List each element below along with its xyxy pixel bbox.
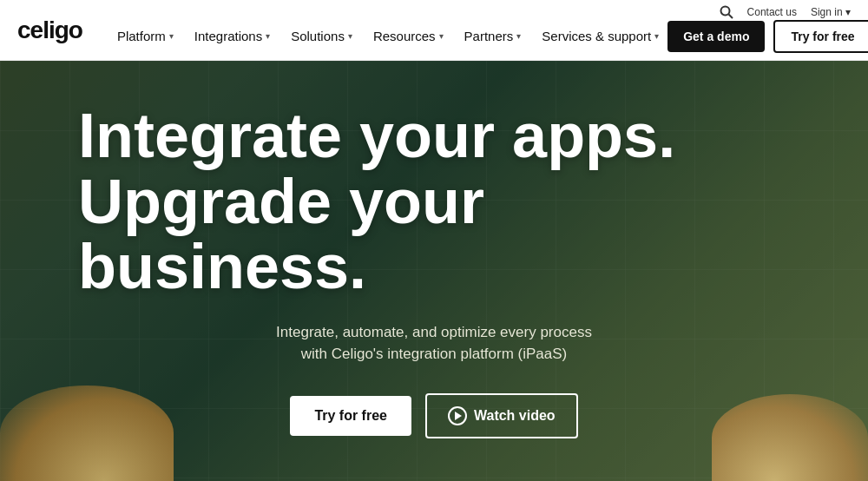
- play-icon: [448, 406, 467, 425]
- try-for-free-hero-button[interactable]: Try for free: [290, 396, 411, 436]
- get-demo-button[interactable]: Get a demo: [667, 21, 765, 52]
- chevron-down-icon: ▾: [266, 31, 270, 41]
- hero-title: Integrate your apps. Upgrade your busine…: [78, 103, 790, 300]
- play-triangle: [455, 412, 462, 420]
- chevron-down-icon: ▾: [348, 31, 352, 41]
- nav-integrations[interactable]: Integrations ▾: [186, 22, 279, 50]
- top-bar: Contact us Sign in ▾: [702, 0, 868, 24]
- header: Contact us Sign in ▾ celigo Platform ▾ I…: [0, 0, 868, 61]
- chevron-down-icon: ▾: [654, 31, 659, 41]
- nav-services-support[interactable]: Services & support ▾: [533, 22, 667, 50]
- hero-section: Integrate your apps. Upgrade your busine…: [0, 61, 868, 481]
- chevron-down-icon: ▾: [845, 6, 851, 18]
- chevron-down-icon: ▾: [169, 31, 174, 41]
- chevron-down-icon: ▾: [516, 31, 521, 41]
- svg-line-1: [728, 15, 733, 19]
- nav-platform[interactable]: Platform ▾: [108, 22, 182, 50]
- sign-in-link[interactable]: Sign in ▾: [811, 6, 851, 18]
- contact-link[interactable]: Contact us: [747, 6, 797, 18]
- hero-content: Integrate your apps. Upgrade your busine…: [43, 103, 825, 438]
- header-actions: Get a demo Try for free: [667, 20, 868, 53]
- watch-video-button[interactable]: Watch video: [425, 393, 578, 438]
- chevron-down-icon: ▾: [439, 31, 444, 41]
- nav-solutions[interactable]: Solutions ▾: [282, 22, 361, 50]
- hero-buttons: Try for free Watch video: [78, 393, 790, 438]
- hero-subtitle: Integrate, automate, and optimize every …: [78, 321, 790, 366]
- logo[interactable]: celigo: [17, 16, 82, 44]
- svg-point-0: [720, 7, 729, 16]
- search-icon[interactable]: [720, 5, 733, 19]
- nav-resources[interactable]: Resources ▾: [365, 22, 452, 50]
- try-for-free-header-button[interactable]: Try for free: [773, 20, 868, 53]
- main-nav: Platform ▾ Integrations ▾ Solutions ▾ Re…: [108, 22, 667, 50]
- nav-partners[interactable]: Partners ▾: [456, 22, 530, 50]
